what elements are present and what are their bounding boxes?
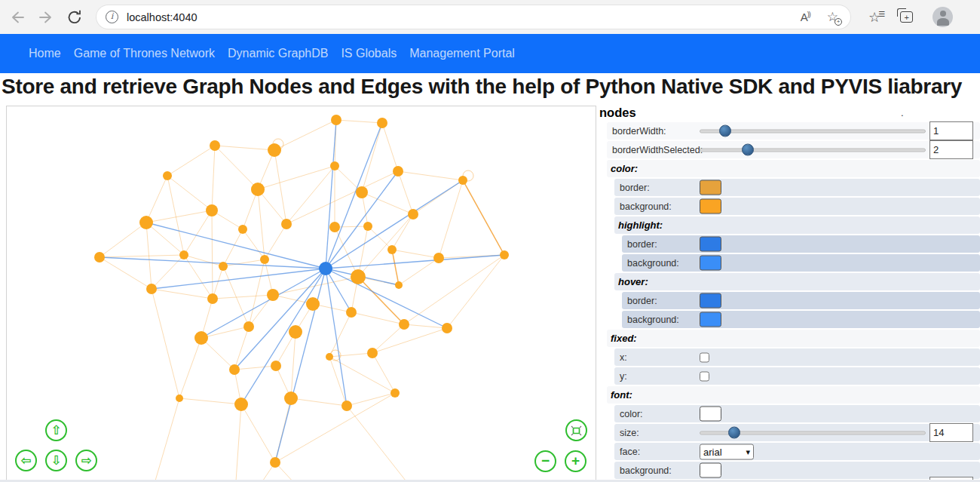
graph-node[interactable] bbox=[94, 252, 105, 262]
collections-icon[interactable]: + bbox=[900, 11, 913, 23]
graph-node[interactable] bbox=[251, 183, 265, 196]
font-face-select[interactable]: arial▾ bbox=[700, 444, 754, 459]
value-input-size[interactable] bbox=[929, 423, 973, 442]
config-row-hover: hover: bbox=[614, 273, 980, 290]
graph-node[interactable] bbox=[206, 204, 218, 216]
graph-edge bbox=[329, 353, 372, 357]
graph-node[interactable] bbox=[179, 250, 188, 259]
graph-node[interactable] bbox=[331, 115, 341, 125]
graph-node[interactable] bbox=[194, 331, 208, 345]
graph-node[interactable] bbox=[367, 348, 378, 358]
pan-down-button[interactable]: ⇩ bbox=[45, 450, 67, 471]
zoom-out-button[interactable]: − bbox=[534, 450, 556, 472]
profile-avatar[interactable] bbox=[933, 7, 953, 27]
config-row-color: color: bbox=[614, 405, 980, 422]
graph-node[interactable] bbox=[458, 176, 467, 185]
graph-node[interactable] bbox=[329, 222, 340, 232]
graph-node[interactable] bbox=[260, 255, 269, 264]
pan-left-button[interactable]: ⇦ bbox=[15, 450, 37, 471]
graph-node[interactable] bbox=[243, 321, 254, 332]
color-swatch-border[interactable] bbox=[700, 237, 721, 252]
config-row-y: y: bbox=[614, 367, 980, 385]
favorites-hub-icon[interactable]: ☆☰ bbox=[868, 11, 880, 24]
slider-track-borderwidth[interactable] bbox=[700, 129, 926, 133]
graph-node[interactable] bbox=[363, 222, 372, 231]
graph-node[interactable] bbox=[176, 395, 183, 402]
graph-node[interactable] bbox=[433, 253, 444, 263]
graph-node[interactable] bbox=[500, 250, 509, 259]
value-input-borderwidth[interactable] bbox=[929, 121, 973, 140]
nav-link-management-portal[interactable]: Management Portal bbox=[409, 47, 516, 60]
slider-thumb-size[interactable] bbox=[728, 427, 740, 439]
graph-edge bbox=[258, 189, 265, 259]
graph-node[interactable] bbox=[229, 364, 240, 375]
graph-node[interactable] bbox=[284, 391, 298, 405]
graph-node[interactable] bbox=[346, 307, 357, 318]
slider-thumb-borderwidth[interactable] bbox=[719, 125, 731, 137]
config-group-label-fixed: fixed: bbox=[607, 333, 637, 344]
graph-node[interactable] bbox=[289, 325, 302, 339]
graph-node[interactable] bbox=[408, 209, 418, 220]
read-aloud-icon[interactable]: A)) bbox=[801, 11, 810, 23]
add-favorite-icon[interactable]: ☆+ bbox=[827, 11, 838, 23]
graph-node[interactable] bbox=[351, 269, 366, 284]
config-row-borderwidth: borderWidth: bbox=[607, 122, 980, 140]
nav-link-dynamic-graphdb[interactable]: Dynamic GraphDB bbox=[227, 47, 329, 60]
graph-node[interactable] bbox=[270, 457, 280, 468]
forward-icon[interactable] bbox=[35, 6, 57, 29]
zoom-in-button[interactable]: + bbox=[565, 450, 586, 472]
url-text[interactable]: localhost:4040 bbox=[127, 11, 801, 23]
graph-node[interactable] bbox=[390, 388, 400, 398]
graph-node[interactable] bbox=[442, 323, 452, 333]
graph-node[interactable] bbox=[163, 171, 172, 180]
graph-node[interactable] bbox=[356, 186, 368, 198]
pan-up-button[interactable]: ⇧ bbox=[45, 419, 67, 441]
graph-node[interactable] bbox=[387, 245, 397, 254]
fit-view-button[interactable] bbox=[565, 419, 587, 441]
graph-node[interactable] bbox=[395, 281, 403, 289]
graph-node[interactable] bbox=[306, 297, 320, 311]
site-info-icon[interactable]: i bbox=[106, 11, 118, 23]
color-swatch-background[interactable] bbox=[700, 463, 721, 478]
graph-edge bbox=[274, 150, 286, 224]
color-swatch-border[interactable] bbox=[700, 180, 721, 195]
network-graph-canvas[interactable]: ⇧ ⇦ ⇩ ⇨ − + bbox=[6, 106, 596, 482]
pan-right-button[interactable]: ⇨ bbox=[75, 450, 97, 471]
refresh-icon[interactable] bbox=[63, 6, 86, 29]
back-icon[interactable] bbox=[6, 6, 29, 29]
graph-node[interactable] bbox=[330, 161, 339, 170]
graph-edge bbox=[368, 226, 392, 250]
slider-track-size[interactable] bbox=[700, 431, 926, 434]
graph-node[interactable] bbox=[399, 319, 409, 330]
graph-node[interactable] bbox=[146, 284, 157, 294]
graph-node[interactable] bbox=[377, 118, 387, 128]
graph-node[interactable] bbox=[238, 225, 247, 234]
graph-node[interactable] bbox=[267, 289, 279, 301]
graph-node[interactable] bbox=[268, 143, 281, 157]
checkbox-x[interactable] bbox=[700, 352, 709, 362]
slider-track-borderwidthselected[interactable] bbox=[700, 148, 926, 152]
graph-node[interactable] bbox=[281, 219, 292, 229]
value-input-borderwidthselected[interactable] bbox=[929, 140, 973, 159]
nav-link-home[interactable]: Home bbox=[28, 47, 62, 60]
graph-node[interactable] bbox=[207, 293, 218, 304]
graph-node-selected[interactable] bbox=[319, 262, 332, 275]
address-bar[interactable]: i localhost:4040 A)) ☆+ bbox=[96, 5, 850, 29]
nav-link-game-of-thrones-network[interactable]: Game of Thrones Network bbox=[73, 47, 216, 60]
graph-node[interactable] bbox=[219, 262, 228, 271]
graph-node[interactable] bbox=[341, 401, 352, 411]
checkbox-y[interactable] bbox=[700, 371, 709, 381]
color-swatch-background[interactable] bbox=[700, 199, 721, 214]
graph-node[interactable] bbox=[210, 140, 220, 151]
slider-thumb-borderwidthselected[interactable] bbox=[742, 144, 754, 156]
graph-node[interactable] bbox=[393, 166, 403, 177]
graph-node[interactable] bbox=[326, 353, 333, 361]
color-swatch-background[interactable] bbox=[700, 256, 721, 271]
color-swatch-background[interactable] bbox=[700, 312, 721, 327]
graph-node[interactable] bbox=[139, 216, 153, 229]
graph-node[interactable] bbox=[271, 361, 281, 371]
nav-link-is-globals[interactable]: IS Globals bbox=[340, 47, 397, 60]
graph-node[interactable] bbox=[234, 398, 248, 411]
color-swatch-color[interactable] bbox=[700, 407, 721, 422]
color-swatch-border[interactable] bbox=[700, 293, 721, 309]
